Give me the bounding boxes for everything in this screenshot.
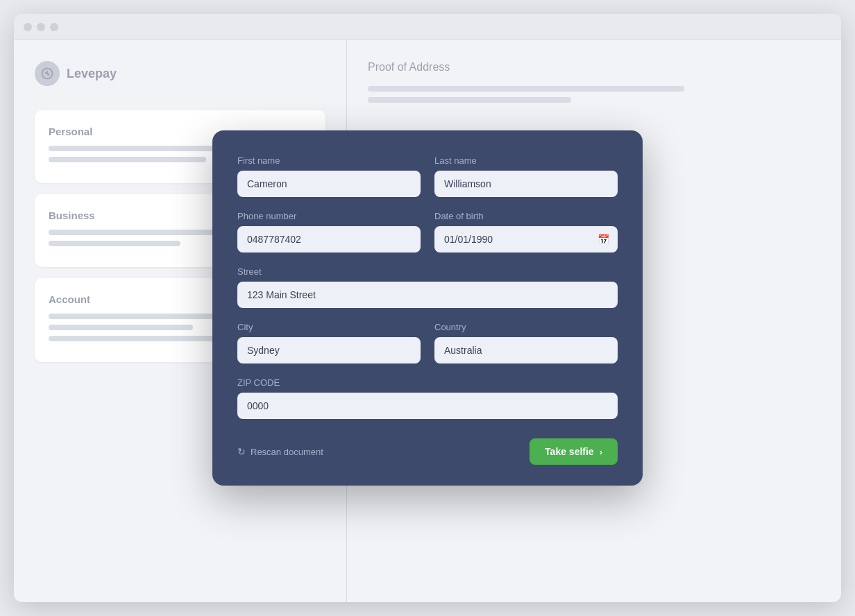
app-content: Levepay Personal Business Account [14, 40, 841, 602]
rescan-label: Rescan document [251, 447, 323, 457]
street-row: Street [237, 266, 618, 308]
dob-label: Date of birth [434, 211, 618, 221]
street-group: Street [237, 266, 618, 308]
modal-form: First name Last name Phone number [212, 130, 643, 486]
rescan-button[interactable]: ↻ Rescan document [237, 446, 323, 457]
first-name-label: First name [237, 155, 421, 166]
modal-overlay: First name Last name Phone number [14, 14, 841, 602]
country-input[interactable] [434, 337, 618, 363]
last-name-label: Last name [434, 155, 618, 166]
rescan-icon: ↻ [237, 446, 246, 457]
zip-label: ZIP CODE [237, 377, 618, 388]
zip-row: ZIP CODE [237, 377, 618, 419]
dob-group: Date of birth 📅 [434, 211, 618, 253]
city-country-row: City Country [237, 322, 618, 363]
street-label: Street [237, 266, 618, 277]
phone-label: Phone number [237, 211, 421, 221]
country-group: Country [434, 322, 618, 363]
last-name-group: Last name [434, 155, 618, 197]
city-input[interactable] [237, 337, 421, 363]
name-row: First name Last name [237, 155, 618, 197]
arrow-icon: › [600, 447, 602, 457]
selfie-label: Take selfie [545, 446, 594, 457]
modal-footer: ↻ Rescan document Take selfie › [237, 438, 618, 465]
first-name-input[interactable] [237, 171, 421, 197]
dob-input-wrapper: 📅 [434, 226, 618, 253]
city-label: City [237, 322, 421, 332]
dob-input[interactable] [434, 226, 618, 253]
phone-dob-row: Phone number Date of birth 📅 [237, 211, 618, 253]
first-name-group: First name [237, 155, 421, 197]
zip-input[interactable] [237, 393, 618, 419]
app-window: Levepay Personal Business Account [14, 14, 841, 602]
last-name-input[interactable] [434, 171, 618, 197]
city-group: City [237, 322, 421, 363]
take-selfie-button[interactable]: Take selfie › [530, 438, 618, 465]
zip-group: ZIP CODE [237, 377, 618, 419]
phone-input[interactable] [237, 226, 421, 253]
country-label: Country [434, 322, 618, 332]
street-input[interactable] [237, 282, 618, 308]
phone-group: Phone number [237, 211, 421, 253]
